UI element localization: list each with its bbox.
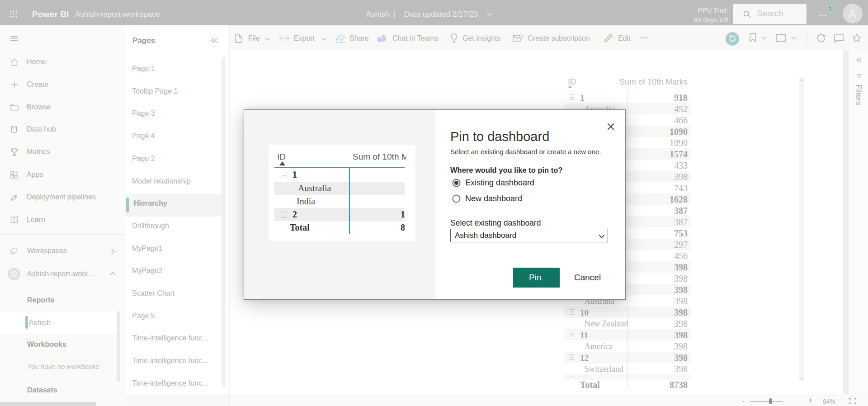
svg-text:T: T [379, 37, 382, 41]
